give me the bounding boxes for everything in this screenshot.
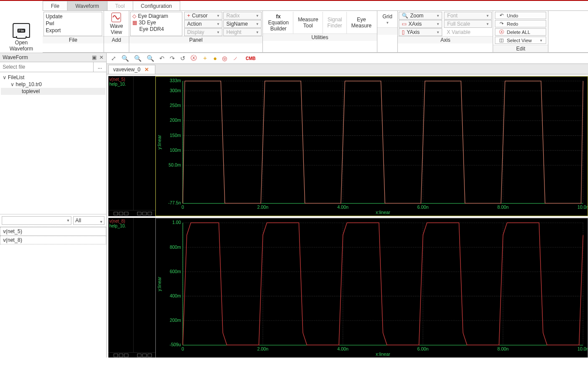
svg-text:2.00n: 2.00n	[257, 347, 269, 351]
marker2-icon[interactable]: ◎	[222, 55, 227, 62]
delete-all-button[interactable]: ⓧDelete ALL	[495, 28, 546, 36]
xvariable-button[interactable]: X Variable	[444, 28, 492, 36]
xaxis-dropdown[interactable]: ▭XAxis▾	[399, 20, 442, 28]
file-action-export[interactable]: Export	[46, 27, 100, 34]
zoom-dropdown[interactable]: 🔍Zoom▾	[399, 12, 442, 20]
svg-text:x:linear: x:linear	[376, 210, 390, 215]
eye-diagram-icon: ◇	[132, 13, 136, 19]
svg-text:y:linear: y:linear	[157, 135, 162, 150]
filter-combo[interactable]: ▾	[2, 216, 71, 225]
plot1-corner2-controls[interactable]	[134, 210, 155, 216]
fullscale-dropdown[interactable]: Full Scale▾	[444, 20, 492, 28]
cursor-dropdown[interactable]: +Cursor▾	[184, 12, 222, 20]
group-title-edit: Edit	[493, 45, 548, 52]
svg-text:-77.5n: -77.5n	[168, 201, 181, 205]
delete-icon: ⓧ	[499, 29, 504, 35]
net-item-0[interactable]: v(net_5)	[0, 227, 106, 236]
view-tab-0[interactable]: vaveview_0 ✕	[108, 65, 155, 74]
grid-button[interactable]: Grid ▾	[378, 12, 397, 27]
close-icon[interactable]: ✕	[99, 54, 104, 60]
plot-toolbar: ⤢ 🔍 🔍 🔍 ↶ ↷ ↺ ⓧ ＋ ● ◎ ⟋ CMB	[107, 53, 588, 64]
open-waveform-label1: Open	[15, 40, 27, 46]
net-item-1[interactable]: v(net_8)	[0, 236, 106, 244]
zoom-out-icon[interactable]: 🔍	[121, 55, 129, 62]
file-action-pwl[interactable]: Pwl	[46, 20, 100, 27]
redo-button[interactable]: ↷Redo	[495, 20, 546, 27]
tab-waveform[interactable]: Waveform	[67, 1, 107, 10]
wave-view-l1: Wave	[110, 23, 123, 29]
net-list[interactable]: v(net_5) v(net_8)	[0, 227, 106, 358]
plot2-corner2-controls[interactable]	[134, 352, 155, 358]
tab-close-icon[interactable]: ✕	[144, 67, 149, 73]
select-view-button[interactable]: ◫Select View▾	[495, 37, 546, 44]
svg-text:200m: 200m	[170, 318, 181, 323]
svg-text:2.00n: 2.00n	[257, 205, 269, 210]
fx-icon: fx	[276, 13, 281, 20]
marker1-icon[interactable]: ●	[213, 55, 217, 62]
undock-icon[interactable]: ▣	[92, 54, 97, 60]
tree-node-toplevel[interactable]: toplevel	[1, 88, 105, 95]
font-dropdown[interactable]: Font▾	[444, 12, 492, 20]
zoom-in-icon[interactable]: 🔍	[134, 55, 141, 62]
filter-all[interactable]: All▾	[73, 216, 104, 225]
group-title-add: Add	[104, 36, 129, 43]
ruler-icon[interactable]: ⟋	[232, 55, 239, 62]
tree-file[interactable]: ∨help_10.tr0	[1, 81, 105, 88]
svg-text:150m: 150m	[170, 133, 181, 138]
group-title-utilities: Utilities	[263, 33, 377, 41]
tab-configuration[interactable]: Configuration	[133, 1, 180, 10]
svg-text:8.00n: 8.00n	[497, 205, 509, 210]
cube-icon: ▦	[132, 20, 137, 26]
wave-view-button[interactable]: Wave View	[107, 12, 125, 36]
plot2-corner-controls[interactable]	[108, 352, 134, 358]
select-file-input[interactable]	[0, 62, 93, 72]
equation-builder-button[interactable]: fx Equation Builder	[264, 12, 293, 33]
tab-tool[interactable]: Tool	[107, 1, 133, 10]
panel-eye-diagram[interactable]: ◇Eye Diagram	[132, 13, 180, 19]
signame-dropdown[interactable]: SigName▾	[223, 20, 262, 28]
svg-text:0: 0	[181, 347, 184, 351]
plot1-label: v(net_5) help_10.	[108, 76, 134, 210]
signal-finder-button[interactable]: Signal Finder	[323, 12, 347, 33]
zoom-fit-icon[interactable]: ⤢	[111, 55, 116, 62]
svg-text:6.00n: 6.00n	[417, 347, 429, 351]
svg-text:250m: 250m	[170, 103, 181, 108]
file-action-update[interactable]: Update	[46, 13, 100, 20]
plot2-canvas[interactable]: -509u200m400m600m800m1.0002.00n4.00n6.00…	[155, 218, 588, 358]
zoom-icon: 🔍	[402, 13, 408, 19]
measure-tool-button[interactable]: Measure Tool	[293, 12, 323, 33]
display-dropdown[interactable]: Display▾	[184, 28, 222, 36]
svg-text:y:linear: y:linear	[157, 277, 162, 291]
cancel-icon[interactable]: ⓧ	[191, 54, 197, 62]
panel-eye-ddr4[interactable]: Eye DDR4	[132, 26, 180, 32]
action-dropdown[interactable]: Action▾	[184, 20, 222, 28]
file-actions-list[interactable]: Update Pwl Export	[44, 12, 102, 36]
redo2-icon[interactable]: ↷	[170, 55, 175, 62]
reset-icon[interactable]: ↺	[180, 55, 185, 62]
browse-button[interactable]: ...	[93, 62, 106, 72]
crosshair-icon[interactable]: ＋	[202, 54, 208, 62]
panel-3d-eye[interactable]: ▦3D Eye	[132, 20, 180, 26]
height-dropdown[interactable]: Height▾	[223, 28, 262, 36]
undo-button[interactable]: ↶Undo	[495, 12, 546, 19]
eye-measure-button[interactable]: Eye Measure	[347, 12, 376, 33]
tab-file[interactable]: File	[43, 1, 67, 10]
tree-root[interactable]: ∨FileList	[1, 74, 105, 81]
file-tree[interactable]: ∨FileList ∨help_10.tr0 toplevel	[0, 72, 106, 214]
wave-icon	[111, 13, 121, 22]
undo2-icon[interactable]: ↶	[159, 55, 165, 62]
plot1-corner-controls[interactable]	[108, 210, 134, 216]
svg-text:800m: 800m	[170, 245, 181, 250]
yaxis-dropdown[interactable]: ▯YAxis▾	[399, 28, 442, 36]
svg-text:100m: 100m	[170, 148, 181, 153]
open-waveform-button[interactable]: File Open Waveform	[0, 1, 43, 53]
zoom-area-icon[interactable]: 🔍	[147, 55, 154, 62]
svg-text:10.0n: 10.0n	[578, 205, 588, 210]
svg-text:200m: 200m	[170, 118, 181, 123]
plot1-canvas[interactable]: -77.5n50.0m100m150m200m250m300m333m02.00…	[155, 76, 588, 216]
wave-view-l2: View	[111, 29, 122, 35]
yaxis-icon: ▯	[402, 29, 405, 35]
svg-text:10.0n: 10.0n	[578, 347, 588, 351]
svg-text:x:linear: x:linear	[376, 352, 390, 357]
radix-dropdown[interactable]: Radix▾	[223, 12, 262, 20]
